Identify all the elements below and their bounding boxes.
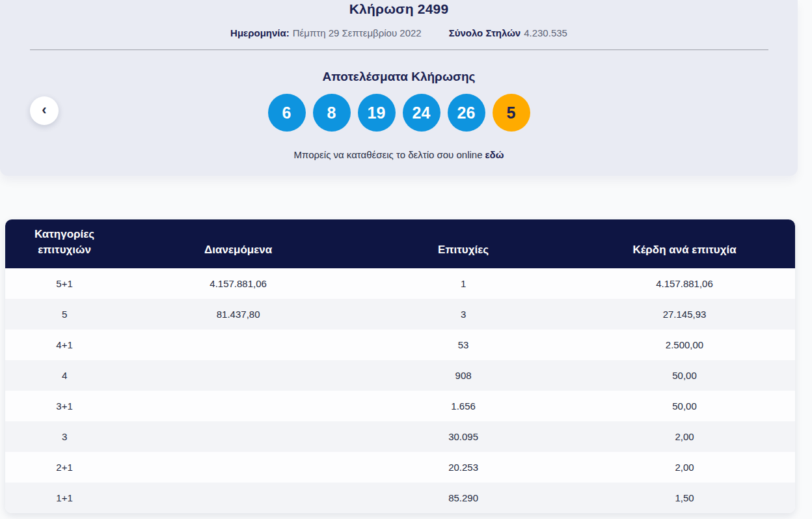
prize-table-header: Κατηγορίες επιτυχιών Διανεμόμενα Επιτυχί… — [5, 219, 795, 268]
table-row: 1+1 85.290 1,50 — [5, 483, 795, 513]
draw-meta-row: Ημερομηνία:Πέμπτη 29 Σεπτεμβρίου 2022 Σύ… — [0, 27, 798, 38]
cell-category: 4+1 — [5, 330, 124, 360]
cell-prize: 27.145,93 — [574, 299, 795, 330]
draw-date-label: Ημερομηνία: — [230, 27, 290, 38]
cell-distributed — [124, 483, 353, 513]
cell-distributed — [124, 452, 353, 483]
cell-winners: 1 — [353, 268, 574, 299]
draw-date-value: Πέμπτη 29 Σεπτεμβρίου 2022 — [293, 27, 422, 38]
cell-category: 5 — [5, 299, 124, 330]
cell-winners: 30.095 — [353, 421, 574, 452]
draw-hero-panel: Κλήρωση 2499 Ημερομηνία:Πέμπτη 29 Σεπτεμ… — [0, 0, 798, 176]
cell-winners: 53 — [353, 330, 574, 360]
drawn-numbers-row: 6 8 19 24 26 5 — [0, 94, 798, 132]
results-title: Αποτελέσματα Κλήρωσης — [0, 70, 798, 84]
table-row: 3 30.095 2,00 — [5, 421, 795, 452]
total-columns: Σύνολο Στηλών4.230.535 — [449, 27, 567, 38]
cell-distributed: 4.157.881,06 — [124, 268, 353, 299]
cell-winners: 85.290 — [353, 483, 574, 513]
draw-date: Ημερομηνία:Πέμπτη 29 Σεπτεμβρίου 2022 — [230, 27, 422, 38]
submit-slip-cta: Μπορείς να καταθέσεις το δελτίο σου onli… — [0, 149, 798, 160]
cell-distributed — [124, 421, 353, 452]
table-row: 4 908 50,00 — [5, 360, 795, 391]
cell-winners: 3 — [353, 299, 574, 330]
cell-winners: 908 — [353, 360, 574, 391]
cell-prize: 1,50 — [574, 483, 795, 513]
table-row: 3+1 1.656 50,00 — [5, 391, 795, 421]
cell-category: 3 — [5, 421, 124, 452]
cell-category: 1+1 — [5, 483, 124, 513]
drawn-number-ball: 19 — [358, 94, 396, 132]
drawn-number-ball: 24 — [403, 94, 440, 132]
drawn-number-ball: 6 — [268, 94, 306, 132]
table-row: 5+1 4.157.881,06 1 4.157.881,06 — [5, 268, 795, 299]
table-row: 2+1 20.253 2,00 — [5, 452, 795, 483]
total-columns-label: Σύνολο Στηλών — [449, 27, 521, 38]
header-distributed: Διανεμόμενα — [124, 219, 353, 268]
draw-results-page: Κλήρωση 2499 Ημερομηνία:Πέμπτη 29 Σεπτεμ… — [0, 0, 812, 519]
joker-number-ball: 5 — [493, 94, 530, 132]
cell-distributed: 81.437,80 — [124, 299, 353, 330]
drawn-number-ball: 8 — [313, 94, 351, 132]
cell-winners: 20.253 — [353, 452, 574, 483]
table-row: 5 81.437,80 3 27.145,93 — [5, 299, 795, 330]
draw-title: Κλήρωση 2499 — [0, 0, 798, 17]
header-winners: Επιτυχίες — [353, 219, 574, 268]
cell-distributed — [124, 391, 353, 421]
prize-table: Κατηγορίες επιτυχιών Διανεμόμενα Επιτυχί… — [5, 219, 795, 513]
cell-prize: 2,00 — [574, 452, 795, 483]
cell-prize: 4.157.881,06 — [574, 268, 795, 299]
cell-distributed — [124, 330, 353, 360]
cell-category: 5+1 — [5, 268, 124, 299]
total-columns-value: 4.230.535 — [524, 27, 567, 38]
header-prize: Κέρδη ανά επιτυχία — [574, 219, 795, 268]
cell-prize: 2.500,00 — [574, 330, 795, 360]
cell-distributed — [124, 360, 353, 391]
submit-slip-link[interactable]: εδώ — [485, 149, 504, 160]
cell-prize: 50,00 — [574, 391, 795, 421]
cell-winners: 1.656 — [353, 391, 574, 421]
chevron-left-icon: ‹ — [42, 103, 46, 117]
cell-prize: 2,00 — [574, 421, 795, 452]
header-category: Κατηγορίες επιτυχιών — [5, 219, 124, 268]
submit-slip-cta-text: Μπορείς να καταθέσεις το δελτίο σου onli… — [294, 149, 483, 160]
cell-category: 2+1 — [5, 452, 124, 483]
drawn-number-ball: 26 — [448, 94, 485, 132]
hero-divider — [30, 49, 768, 50]
cell-prize: 50,00 — [574, 360, 795, 391]
previous-draw-button[interactable]: ‹ — [30, 96, 59, 125]
cell-category: 3+1 — [5, 391, 124, 421]
cell-category: 4 — [5, 360, 124, 391]
table-row: 4+1 53 2.500,00 — [5, 330, 795, 360]
